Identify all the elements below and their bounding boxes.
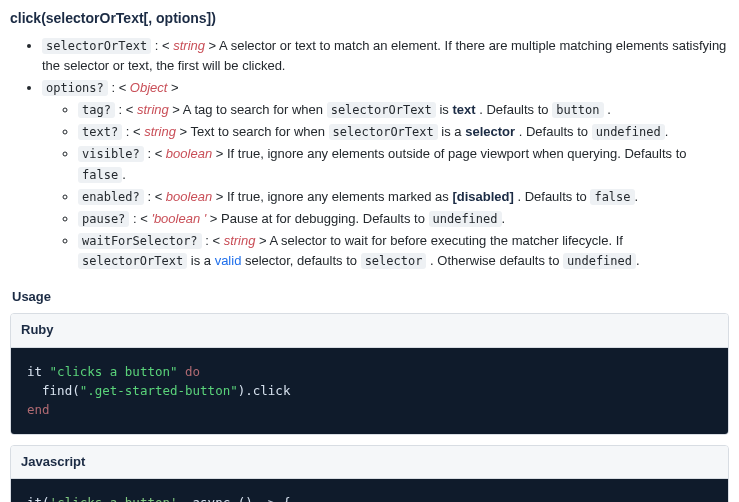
- param-name: selectorOrText: [42, 38, 151, 54]
- option-desc: . Defaults to: [519, 124, 592, 139]
- option-type: string: [137, 102, 169, 117]
- option-name: waitForSelector?: [78, 233, 202, 249]
- code-keyword: end: [27, 402, 50, 417]
- code-card-header: Javascript: [11, 446, 728, 479]
- option-desc: A selector to wait for before executing …: [270, 233, 623, 248]
- option-name: text?: [78, 124, 122, 140]
- option-type: boolean: [166, 189, 212, 204]
- option-type: string: [144, 124, 176, 139]
- code-string: 'clicks a button': [50, 495, 178, 502]
- option-type: boolean: [166, 146, 212, 161]
- code-keyword: do: [178, 364, 201, 379]
- option-tail: .: [604, 102, 611, 117]
- option-tail: .: [502, 211, 506, 226]
- param-type: Object: [130, 80, 168, 95]
- option-tail: .: [665, 124, 669, 139]
- option-strong: selector: [465, 124, 515, 139]
- option-text: text? : < string > Text to search for wh…: [78, 122, 729, 142]
- option-tail: .: [636, 253, 640, 268]
- option-desc: . Otherwise defaults to: [430, 253, 563, 268]
- option-desc: . Defaults to: [517, 189, 590, 204]
- js-code-block: it('clicks a button', async () => { awai…: [11, 479, 728, 502]
- option-enabled: enabled? : < boolean > If true, ignore a…: [78, 187, 729, 207]
- option-tag: tag? : < string > A tag to search for wh…: [78, 100, 729, 120]
- param-selector-or-text: selectorOrText : < string > A selector o…: [42, 36, 729, 76]
- default-value: button: [552, 102, 603, 118]
- code-inline: selectorOrText: [327, 102, 436, 118]
- code-text: find(: [27, 383, 80, 398]
- option-desc: is: [439, 102, 452, 117]
- code-string: "clicks a button": [50, 364, 178, 379]
- usage-heading: Usage: [12, 287, 729, 307]
- option-type: string: [224, 233, 256, 248]
- code-inline: selectorOrText: [329, 124, 438, 140]
- option-visible: visible? : < boolean > If true, ignore a…: [78, 144, 729, 184]
- code-text: {: [275, 495, 290, 502]
- default-value: undefined: [429, 211, 502, 227]
- option-desc: If true, ignore any elements marked as: [227, 189, 452, 204]
- code-text: it(: [27, 495, 50, 502]
- code-card-header: Ruby: [11, 314, 728, 347]
- method-signature: click(selectorOrText[, options]): [10, 8, 729, 30]
- param-options: options? : < Object > tag? : < string > …: [42, 78, 729, 271]
- code-string: ".get-started-button": [80, 383, 238, 398]
- option-pause: pause? : < 'boolean ' > Pause at for deb…: [78, 209, 729, 229]
- option-desc: is a: [191, 253, 215, 268]
- default-value: false: [78, 167, 122, 183]
- default-value: undefined: [592, 124, 665, 140]
- option-desc: . Defaults to: [479, 102, 552, 117]
- option-desc: A tag to search for when: [183, 102, 327, 117]
- param-type: string: [173, 38, 205, 53]
- option-strong: text: [452, 102, 475, 117]
- default-value: false: [590, 189, 634, 205]
- option-tail: .: [635, 189, 639, 204]
- code-text: , async (): [178, 495, 261, 502]
- javascript-example: Javascript it('clicks a button', async (…: [10, 445, 729, 502]
- options-list: tag? : < string > A tag to search for wh…: [42, 100, 729, 271]
- default-value: undefined: [563, 253, 636, 269]
- code-text: ).click: [238, 383, 291, 398]
- default-value: selector: [361, 253, 427, 269]
- option-strong: [disabled]: [452, 189, 513, 204]
- code-arrow: =>: [260, 495, 275, 502]
- option-desc: is a: [441, 124, 465, 139]
- option-name: tag?: [78, 102, 115, 118]
- option-type: 'boolean ': [151, 211, 206, 226]
- option-desc: Text to search for when: [191, 124, 329, 139]
- option-desc: If true, ignore any elements outside of …: [227, 146, 687, 161]
- ruby-example: Ruby it "clicks a button" do find(".get-…: [10, 313, 729, 434]
- option-name: pause?: [78, 211, 129, 227]
- param-name: options?: [42, 80, 108, 96]
- option-name: enabled?: [78, 189, 144, 205]
- parameter-list: selectorOrText : < string > A selector o…: [10, 36, 729, 272]
- option-name: visible?: [78, 146, 144, 162]
- code-inline: selectorOrText: [78, 253, 187, 269]
- ruby-code-block: it "clicks a button" do find(".get-start…: [11, 348, 728, 434]
- code-text: it: [27, 364, 50, 379]
- option-wait-for-selector: waitForSelector? : < string > A selector…: [78, 231, 729, 271]
- option-tail: .: [122, 167, 126, 182]
- valid-link[interactable]: valid: [215, 253, 242, 268]
- option-desc: Pause at for debugging. Defaults to: [221, 211, 428, 226]
- option-desc: selector, defaults to: [245, 253, 361, 268]
